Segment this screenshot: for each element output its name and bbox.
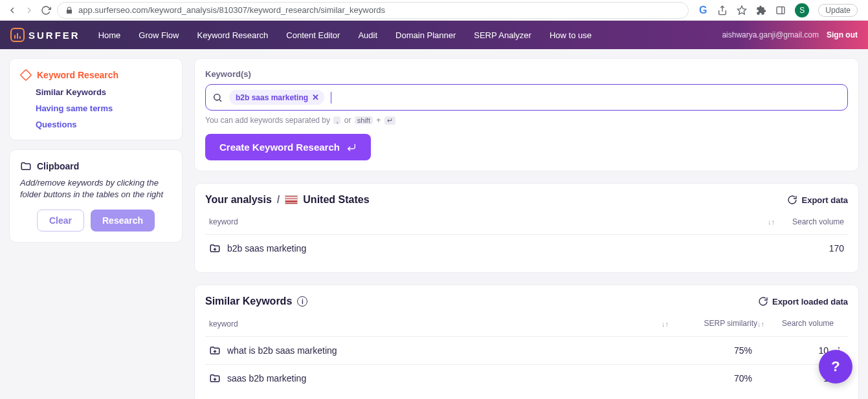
- kbd-enter: ↵: [384, 116, 395, 125]
- keyword-research-icon: [20, 69, 32, 81]
- analysis-country: United States: [303, 194, 369, 206]
- export-icon: [787, 195, 797, 205]
- svg-line-6: [219, 100, 221, 102]
- keyword-input-card: Keyword(s) b2b saas marketing ✕ You can …: [194, 58, 859, 171]
- similar-title: Similar Keywords: [205, 296, 292, 307]
- keyword-cell: b2b saas marketing: [227, 243, 306, 253]
- sidepanel-icon[interactable]: [775, 5, 786, 16]
- url-bar[interactable]: app.surferseo.com/keyword_analysis/81030…: [57, 2, 689, 19]
- info-icon[interactable]: i: [297, 296, 307, 307]
- nav-domain-planner[interactable]: Domain Planner: [395, 30, 456, 40]
- url-text: app.surferseo.com/keyword_analysis/81030…: [78, 5, 385, 15]
- analysis-sep: /: [277, 194, 280, 206]
- keyword-hint: You can add keywords separated by , or s…: [205, 116, 848, 125]
- col-keyword[interactable]: keyword: [209, 319, 662, 329]
- remove-chip-icon[interactable]: ✕: [312, 92, 319, 102]
- kbd-comma: ,: [333, 116, 340, 124]
- update-button[interactable]: Update: [818, 4, 858, 17]
- google-icon[interactable]: G: [698, 5, 708, 16]
- app-topnav: SURFER Home Grow Flow Keyword Research C…: [0, 21, 868, 49]
- clear-button[interactable]: Clear: [37, 210, 84, 232]
- nav-keyword-research[interactable]: Keyword Research: [197, 30, 268, 40]
- add-to-clipboard-icon[interactable]: [209, 345, 221, 356]
- share-icon[interactable]: [717, 5, 728, 16]
- volume-cell: 10: [764, 345, 829, 356]
- clipboard-title: Clipboard: [37, 161, 79, 171]
- sidebar-item-similar-keywords[interactable]: Similar Keywords: [36, 87, 172, 97]
- keyword-cell: what is b2b saas marketing: [227, 345, 337, 356]
- svg-rect-4: [21, 70, 32, 81]
- col-search-volume[interactable]: Search volume: [779, 217, 844, 226]
- create-keyword-research-button[interactable]: Create Keyword Research: [205, 134, 371, 160]
- svg-rect-2: [777, 6, 785, 14]
- clipboard-description: Add/remove keywords by clicking the fold…: [20, 177, 172, 200]
- export-loaded-data-button[interactable]: Export loaded data: [758, 296, 848, 307]
- keyword-chip-label: b2b saas marketing: [236, 93, 308, 102]
- nav-audit[interactable]: Audit: [358, 30, 377, 40]
- add-to-clipboard-icon[interactable]: [209, 243, 221, 254]
- col-search-volume[interactable]: Search volume: [769, 319, 834, 328]
- col-serp-similarity[interactable]: SERP similarity: [673, 319, 757, 328]
- sidebar-nav-card: Keyword Research Similar Keywords Having…: [9, 58, 183, 140]
- sidebar-item-questions[interactable]: Questions: [36, 120, 172, 129]
- forward-button[interactable]: [23, 5, 35, 16]
- table-row: saas b2b marketing 70% 1: [205, 364, 848, 392]
- add-to-clipboard-icon[interactable]: [209, 372, 221, 384]
- research-button[interactable]: Research: [91, 210, 155, 232]
- sidebar-heading: Keyword Research: [37, 70, 118, 80]
- export-icon: [758, 296, 768, 307]
- browser-chrome: app.surferseo.com/keyword_analysis/81030…: [0, 0, 868, 21]
- volume-cell: 170: [779, 243, 844, 253]
- volume-cell: 1: [764, 373, 829, 383]
- star-icon[interactable]: [737, 5, 747, 16]
- reload-button[interactable]: [40, 5, 52, 16]
- brand-logo[interactable]: SURFER: [10, 28, 80, 42]
- nav-home[interactable]: Home: [98, 30, 121, 40]
- keyword-chip[interactable]: b2b saas marketing ✕: [229, 90, 324, 105]
- brand-text: SURFER: [28, 30, 80, 41]
- similarity-cell: 75%: [668, 345, 752, 356]
- svg-point-5: [214, 94, 220, 100]
- clipboard-card: Clipboard Add/remove keywords by clickin…: [9, 149, 183, 243]
- similarity-cell: 70%: [668, 373, 752, 383]
- folder-icon: [20, 160, 32, 172]
- nav-serp-analyzer[interactable]: SERP Analyzer: [474, 30, 531, 40]
- sidebar-item-having-same-terms[interactable]: Having same terms: [36, 103, 172, 113]
- svg-marker-1: [738, 6, 746, 14]
- back-button[interactable]: [6, 5, 18, 16]
- table-row: what is b2b saas marketing 75% 10 ⋮: [205, 336, 848, 364]
- table-row: b2b saas marketing 170: [205, 234, 848, 262]
- logo-icon: [10, 28, 25, 42]
- lock-icon: [65, 6, 73, 14]
- text-cursor: [331, 92, 331, 103]
- profile-avatar[interactable]: S: [795, 3, 809, 17]
- analysis-title: Your analysis: [205, 194, 272, 206]
- export-data-button[interactable]: Export data: [787, 195, 848, 205]
- col-keyword[interactable]: keyword: [209, 217, 768, 226]
- keyword-cell: saas b2b marketing: [227, 373, 306, 383]
- sort-icon[interactable]: ↓↑: [768, 218, 775, 226]
- sign-out-link[interactable]: Sign out: [827, 30, 858, 39]
- nav-grow-flow[interactable]: Grow Flow: [139, 30, 179, 40]
- sort-icon[interactable]: ↓↑: [757, 320, 764, 328]
- nav-content-editor[interactable]: Content Editor: [286, 30, 340, 40]
- sort-icon[interactable]: ↓↑: [662, 320, 669, 328]
- nav-how-to-use[interactable]: How to use: [550, 30, 592, 40]
- us-flag-icon: [285, 195, 298, 204]
- user-email: aishwarya.ganji@gmail.com: [722, 30, 819, 39]
- your-analysis-card: Your analysis / United States Export dat…: [194, 183, 859, 273]
- extensions-icon[interactable]: [756, 5, 766, 16]
- kbd-shift: shift: [355, 116, 373, 124]
- keywords-label: Keyword(s): [205, 69, 848, 79]
- keyword-input[interactable]: b2b saas marketing ✕: [205, 84, 848, 111]
- help-fab[interactable]: ?: [819, 350, 852, 383]
- similar-keywords-card: Similar Keywords i Export loaded data ke…: [194, 285, 859, 399]
- search-icon: [212, 92, 223, 103]
